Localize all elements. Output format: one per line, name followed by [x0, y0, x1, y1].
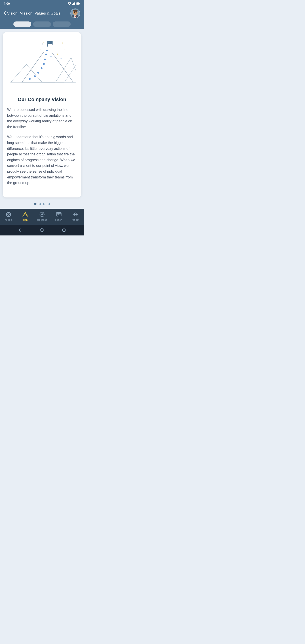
svg-point-17: [75, 13, 76, 14]
svg-text:+: +: [64, 48, 66, 50]
nudge-label: nudge: [5, 218, 12, 221]
header-title: Vision, Mission, Values & Goals: [7, 11, 60, 16]
back-button[interactable]: [4, 11, 6, 16]
status-time: 4:00: [4, 2, 10, 5]
svg-point-36: [34, 75, 36, 77]
svg-rect-0: [72, 4, 73, 5]
nav-reflect[interactable]: reflect: [67, 211, 84, 221]
svg-text:+: +: [40, 49, 41, 50]
svg-point-38: [41, 67, 42, 69]
svg-marker-31: [11, 64, 42, 82]
status-icons: [68, 2, 80, 6]
svg-marker-67: [74, 212, 77, 214]
svg-point-39: [43, 63, 45, 65]
svg-point-40: [44, 58, 46, 60]
svg-point-42: [46, 50, 48, 51]
svg-marker-68: [74, 215, 77, 217]
plan-label: plan: [22, 218, 28, 221]
plan-icon: [22, 211, 28, 218]
svg-rect-34: [48, 42, 50, 42]
avatar[interactable]: [70, 8, 80, 18]
nav-plan[interactable]: plan: [17, 211, 34, 221]
pagination-dots: [34, 198, 50, 209]
svg-rect-2: [74, 2, 75, 5]
dot-4[interactable]: [48, 203, 50, 205]
coach-label: coach: [55, 218, 62, 221]
card-illustration: + + + +: [7, 38, 77, 91]
progress-label: progress: [37, 218, 47, 221]
svg-point-15: [74, 12, 75, 13]
svg-text:+: +: [62, 42, 63, 44]
dot-3[interactable]: [43, 203, 46, 205]
status-bar: 4:00: [0, 0, 84, 7]
nav-progress[interactable]: progress: [34, 211, 50, 221]
tab-2[interactable]: [33, 22, 51, 27]
svg-rect-71: [62, 229, 65, 232]
nudge-icon: [5, 211, 12, 218]
svg-point-41: [45, 54, 47, 55]
coach-icon: [56, 211, 62, 218]
bottom-nav: nudge plan progress: [0, 209, 84, 225]
android-back[interactable]: [18, 228, 22, 232]
nav-nudge[interactable]: nudge: [0, 211, 17, 221]
svg-point-44: [60, 58, 62, 60]
card-title: Our Company Vision: [7, 96, 77, 102]
dot-2[interactable]: [39, 203, 41, 205]
card-paragraph-1: We are obsessed with drawing the line be…: [7, 107, 77, 130]
svg-text:+: +: [57, 52, 58, 54]
battery-icon: [76, 2, 80, 6]
vision-card: + + + +: [3, 32, 81, 198]
android-recent[interactable]: [62, 228, 66, 232]
svg-rect-3: [75, 2, 75, 5]
card-paragraph-2: We understand that it's not big words an…: [7, 134, 77, 186]
svg-rect-5: [77, 3, 79, 4]
svg-marker-28: [41, 46, 54, 52]
main-content: + + + +: [0, 28, 84, 209]
tab-3[interactable]: [53, 22, 71, 27]
app-header: Vision, Mission, Values & Goals: [0, 7, 84, 20]
svg-text:+: +: [43, 41, 44, 44]
tab-1[interactable]: [14, 22, 31, 27]
dot-1[interactable]: [34, 203, 36, 205]
android-nav-bar: [0, 225, 84, 236]
reflect-icon: [72, 211, 79, 218]
svg-point-48: [6, 212, 11, 217]
progress-icon: [39, 211, 45, 218]
svg-rect-1: [73, 3, 74, 5]
svg-point-45: [50, 56, 52, 57]
svg-point-49: [8, 213, 10, 216]
header-left: Vision, Mission, Values & Goals: [4, 11, 60, 16]
signal-icon: [72, 2, 75, 6]
nav-coach[interactable]: coach: [50, 211, 67, 221]
wifi-icon: [68, 2, 71, 6]
android-home[interactable]: [40, 228, 44, 232]
svg-rect-60: [57, 213, 58, 215]
reflect-label: reflect: [72, 218, 79, 221]
svg-point-16: [76, 12, 76, 13]
svg-line-24: [45, 42, 46, 44]
svg-point-70: [40, 228, 44, 232]
svg-point-35: [29, 78, 31, 80]
tab-selector: [0, 20, 84, 28]
svg-text:+: +: [56, 40, 56, 42]
svg-point-37: [37, 72, 39, 74]
